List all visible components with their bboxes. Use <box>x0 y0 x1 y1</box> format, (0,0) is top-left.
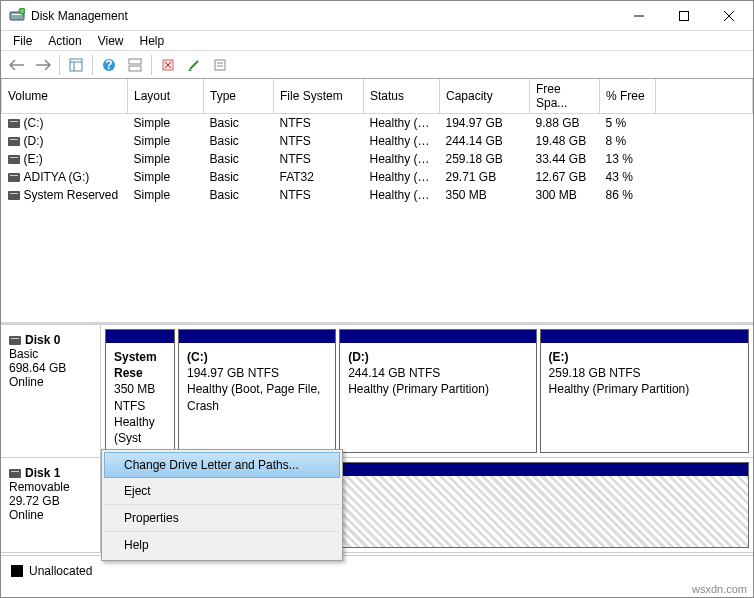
minimize-button[interactable] <box>616 2 661 30</box>
volume-name: (C:) <box>24 116 44 130</box>
disk-size: 698.64 GB <box>9 361 92 375</box>
app-icon <box>9 8 25 24</box>
svg-text:?: ? <box>105 58 112 72</box>
column-headers[interactable]: Volume Layout Type File System Status Ca… <box>2 79 753 114</box>
cell-free: 9.88 GB <box>530 114 600 133</box>
volume-list: Volume Layout Type File System Status Ca… <box>1 79 753 325</box>
volume-name: (D:) <box>24 134 44 148</box>
table-row[interactable]: (E:)SimpleBasicNTFSHealthy (P...259.18 G… <box>2 150 753 168</box>
cell-pct: 43 % <box>600 168 656 186</box>
cell-fs: NTFS <box>274 132 364 150</box>
col-capacity[interactable]: Capacity <box>440 79 530 114</box>
ctx-change-drive-letter[interactable]: Change Drive Letter and Paths... <box>104 452 340 478</box>
disk-name: Disk 1 <box>25 466 60 480</box>
svg-rect-15 <box>215 60 225 70</box>
cell-type: Basic <box>204 186 274 204</box>
context-menu: Change Drive Letter and Paths... Eject P… <box>101 449 343 561</box>
cell-pct: 5 % <box>600 114 656 133</box>
menu-action[interactable]: Action <box>40 32 89 50</box>
cell-free: 33.44 GB <box>530 150 600 168</box>
disk-kind: Removable <box>9 480 92 494</box>
col-pctfree[interactable]: % Free <box>600 79 656 114</box>
ctx-eject[interactable]: Eject <box>104 478 340 505</box>
volume-icon <box>8 137 20 146</box>
watermark: wsxdn.com <box>692 583 747 595</box>
volume-name: (E:) <box>24 152 43 166</box>
cell-layout: Simple <box>128 114 204 133</box>
cell-capacity: 194.97 GB <box>440 114 530 133</box>
disk-header-1[interactable]: Disk 1 Removable 29.72 GB Online <box>1 458 101 552</box>
partition-c[interactable]: (C:)194.97 GB NTFSHealthy (Boot, Page Fi… <box>178 329 336 453</box>
col-free[interactable]: Free Spa... <box>530 79 600 114</box>
table-row[interactable]: System ReservedSimpleBasicNTFSHealthy (S… <box>2 186 753 204</box>
volume-icon <box>8 173 20 182</box>
svg-point-2 <box>19 8 25 14</box>
cell-fs: FAT32 <box>274 168 364 186</box>
rescan-button[interactable] <box>182 53 206 77</box>
toolbar: ? <box>1 51 753 79</box>
cell-fs: NTFS <box>274 114 364 133</box>
disk-header-0[interactable]: Disk 0 Basic 698.64 GB Online <box>1 325 101 457</box>
ctx-help[interactable]: Help <box>104 532 340 558</box>
menu-help[interactable]: Help <box>132 32 173 50</box>
cell-layout: Simple <box>128 150 204 168</box>
cell-layout: Simple <box>128 168 204 186</box>
help-button[interactable]: ? <box>97 53 121 77</box>
partition-e[interactable]: (E:)259.18 GB NTFSHealthy (Primary Parti… <box>540 329 749 453</box>
forward-button[interactable] <box>31 53 55 77</box>
close-button[interactable] <box>706 2 751 30</box>
disk-row-0: Disk 0 Basic 698.64 GB Online System Res… <box>1 325 753 458</box>
cell-pct: 86 % <box>600 186 656 204</box>
table-row[interactable]: (C:)SimpleBasicNTFSHealthy (B...194.97 G… <box>2 114 753 133</box>
cell-capacity: 259.18 GB <box>440 150 530 168</box>
col-status[interactable]: Status <box>364 79 440 114</box>
cell-layout: Simple <box>128 132 204 150</box>
col-type[interactable]: Type <box>204 79 274 114</box>
cell-pct: 13 % <box>600 150 656 168</box>
disk-state: Online <box>9 508 92 522</box>
cell-type: Basic <box>204 132 274 150</box>
col-filesystem[interactable]: File System <box>274 79 364 114</box>
properties-button[interactable] <box>208 53 232 77</box>
cell-pct: 8 % <box>600 132 656 150</box>
table-row[interactable]: (D:)SimpleBasicNTFSHealthy (P...244.14 G… <box>2 132 753 150</box>
ctx-properties[interactable]: Properties <box>104 505 340 532</box>
cell-status: Healthy (S... <box>364 186 440 204</box>
refresh-button[interactable] <box>156 53 180 77</box>
disk-icon <box>9 469 21 478</box>
view-layout-button[interactable] <box>123 53 147 77</box>
volume-name: System Reserved <box>24 188 119 202</box>
cell-fs: NTFS <box>274 186 364 204</box>
maximize-button[interactable] <box>661 2 706 30</box>
svg-rect-7 <box>70 59 82 71</box>
cell-type: Basic <box>204 168 274 186</box>
cell-fs: NTFS <box>274 150 364 168</box>
window-title: Disk Management <box>31 9 616 23</box>
col-volume[interactable]: Volume <box>2 79 128 114</box>
volume-icon <box>8 155 20 164</box>
col-layout[interactable]: Layout <box>128 79 204 114</box>
legend-unallocated-label: Unallocated <box>29 564 92 578</box>
cell-capacity: 29.71 GB <box>440 168 530 186</box>
volume-icon <box>8 119 20 128</box>
disk-size: 29.72 GB <box>9 494 92 508</box>
menu-view[interactable]: View <box>90 32 132 50</box>
cell-status: Healthy (P... <box>364 132 440 150</box>
cell-free: 300 MB <box>530 186 600 204</box>
volume-name: ADITYA (G:) <box>24 170 90 184</box>
partition-system-reserved[interactable]: System Rese350 MB NTFSHealthy (Syst <box>105 329 175 453</box>
cell-status: Healthy (B... <box>364 114 440 133</box>
cell-status: Healthy (P... <box>364 168 440 186</box>
menu-file[interactable]: File <box>5 32 40 50</box>
back-button[interactable] <box>5 53 29 77</box>
svg-rect-12 <box>129 59 141 64</box>
disk-icon <box>9 336 21 345</box>
cell-capacity: 350 MB <box>440 186 530 204</box>
menubar: File Action View Help <box>1 31 753 51</box>
volume-icon <box>8 191 20 200</box>
cell-capacity: 244.14 GB <box>440 132 530 150</box>
view-console-button[interactable] <box>64 53 88 77</box>
partition-d[interactable]: (D:)244.14 GB NTFSHealthy (Primary Parti… <box>339 329 536 453</box>
svg-rect-13 <box>129 66 141 71</box>
table-row[interactable]: ADITYA (G:)SimpleBasicFAT32Healthy (P...… <box>2 168 753 186</box>
